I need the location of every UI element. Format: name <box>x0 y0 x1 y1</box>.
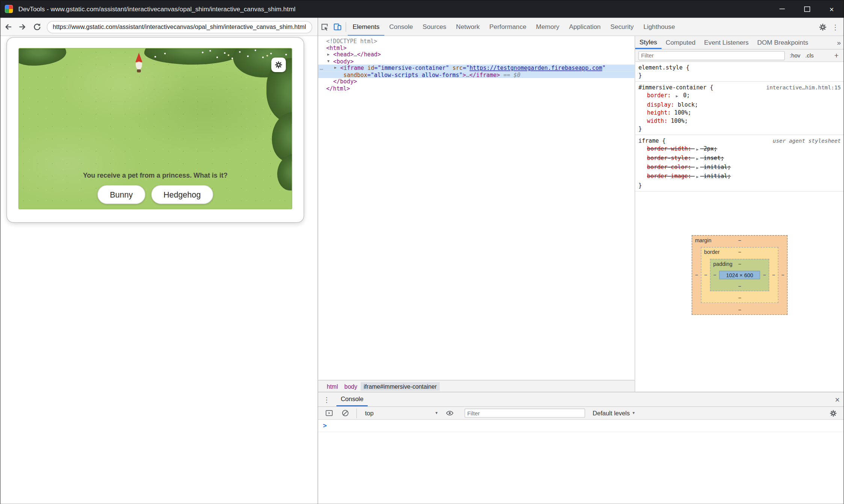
expand-shorthand-icon[interactable]: ▶ <box>696 173 699 181</box>
style-property[interactable]: border-width: ▶ 2px; <box>639 145 841 154</box>
stylesheet-source-link[interactable]: interactive…him.html:15 <box>766 83 841 91</box>
kebab-menu-icon: ⋮ <box>323 395 331 403</box>
back-button[interactable] <box>2 20 14 33</box>
maximize-button[interactable] <box>794 0 819 18</box>
reload-button[interactable] <box>31 20 44 33</box>
answer-button-bunny[interactable]: Bunny <box>98 185 145 204</box>
breadcrumb-item-body[interactable]: body <box>341 382 360 391</box>
rule-selector[interactable]: element.style { <box>639 64 690 71</box>
dom-more-ellipsis-icon[interactable]: … <box>320 65 323 71</box>
tab-performance[interactable]: Performance <box>485 18 531 36</box>
margin-left-value[interactable]: − <box>695 272 698 278</box>
styles-tab-computed[interactable]: Computed <box>661 36 700 49</box>
device-toolbar-button[interactable] <box>331 20 344 33</box>
tab-application[interactable]: Application <box>564 18 605 36</box>
tab-lighthouse[interactable]: Lighthouse <box>639 18 680 36</box>
live-expression-button[interactable] <box>443 407 456 419</box>
property-value: 100%; <box>674 109 691 116</box>
style-property[interactable]: width: 100%; <box>639 117 841 125</box>
style-property[interactable]: display: block; <box>639 101 841 109</box>
border-left-value[interactable]: − <box>704 272 707 278</box>
property-value: 0; <box>683 92 690 98</box>
dom-line[interactable]: sandbox="allow-scripts allow-forms">…</i… <box>318 71 635 78</box>
styles-tab-dom-breakpoints[interactable]: DOM Breakpoints <box>753 36 813 49</box>
dom-token: > <box>462 71 466 78</box>
padding-bottom-value[interactable]: − <box>738 283 741 289</box>
style-property[interactable]: border-color: ▶ initial; <box>639 163 841 172</box>
disclosure-collapsed-icon[interactable]: ▶ <box>334 65 337 71</box>
settings-button[interactable] <box>816 20 829 33</box>
attribute-value-link[interactable]: https://testgnomegarden.firebaseapp.com <box>470 65 602 71</box>
dom-line[interactable]: <!DOCTYPE html> <box>318 38 635 44</box>
answer-button-hedgehog[interactable]: Hedgehog <box>151 185 213 204</box>
tab-network[interactable]: Network <box>451 18 485 36</box>
dom-line[interactable]: </body> <box>318 78 635 85</box>
border-label: border <box>704 249 719 255</box>
console-filter-input[interactable] <box>465 409 585 418</box>
new-style-rule-icon[interactable]: + <box>834 51 839 60</box>
game-settings-button[interactable] <box>271 57 286 72</box>
tab-elements[interactable]: Elements <box>348 18 384 36</box>
console-prompt[interactable]: > <box>318 420 844 432</box>
tab-sources[interactable]: Sources <box>418 18 451 36</box>
tab-memory[interactable]: Memory <box>531 18 564 36</box>
url-bar[interactable]: https://www.gstatic.com/assistant/intera… <box>47 21 313 33</box>
clear-console-button[interactable] <box>338 407 351 419</box>
styles-filter-row: :hov .cls + <box>635 50 844 62</box>
overflow-chevron-icon[interactable]: » <box>837 36 841 49</box>
disclosure-expanded-icon[interactable]: ▼ <box>327 58 329 65</box>
dom-token: ="immersive-container" <box>374 65 449 71</box>
dom-token: sandbox <box>343 71 367 78</box>
toggle-element-classes-button[interactable]: .cls <box>805 52 814 59</box>
border-right-value[interactable]: − <box>772 272 775 278</box>
tab-security[interactable]: Security <box>605 18 639 36</box>
log-levels-dropdown[interactable]: Default levels ▾ <box>593 410 635 416</box>
padding-left-value[interactable]: − <box>713 272 716 278</box>
styles-tab-event-listeners[interactable]: Event Listeners <box>700 36 753 49</box>
padding-top-value[interactable]: − <box>738 261 741 267</box>
dom-line[interactable]: </html> <box>318 85 635 92</box>
drawer-close-button[interactable]: × <box>835 395 840 404</box>
disclosure-collapsed-icon[interactable]: ▶ <box>327 51 329 58</box>
styles-tab-styles[interactable]: Styles <box>635 36 661 49</box>
expand-shorthand-icon[interactable]: ▶ <box>676 92 678 100</box>
toggle-hover-state-button[interactable]: :hov <box>790 52 800 59</box>
inspect-element-button[interactable] <box>318 20 331 33</box>
style-property[interactable]: height: 100%; <box>639 109 841 116</box>
execution-context-selector[interactable]: top ▾ <box>363 410 440 416</box>
pane-divider[interactable] <box>318 18 318 504</box>
border-bottom-value[interactable]: − <box>738 295 741 301</box>
style-property[interactable]: border: ▶ 0; <box>639 92 841 101</box>
breadcrumb-item-html[interactable]: html <box>323 382 341 391</box>
border-top-value[interactable]: − <box>738 249 741 255</box>
margin-right-value[interactable]: − <box>781 272 784 278</box>
margin-top-value[interactable]: − <box>738 237 741 243</box>
rule-selector[interactable]: iframe { <box>639 137 666 143</box>
expand-shorthand-icon[interactable]: ▶ <box>696 155 699 163</box>
padding-right-value[interactable]: − <box>763 272 766 278</box>
margin-bottom-value[interactable]: − <box>738 307 741 313</box>
console-sidebar-button[interactable] <box>322 407 335 419</box>
dom-line[interactable]: ▶<head>…</head> <box>318 51 635 58</box>
forward-button[interactable] <box>16 20 29 33</box>
breadcrumb-item-iframe-immersive-container[interactable]: iframe#immersive-container <box>361 382 440 391</box>
drawer-tab-console[interactable]: Console <box>337 392 368 406</box>
rule-selector[interactable]: #immersive-container { <box>639 84 713 91</box>
more-options-button[interactable]: ⋮ <box>829 20 842 33</box>
window-title: DevTools - www.gstatic.com/assistant/int… <box>18 5 296 13</box>
minimize-button[interactable] <box>770 0 794 18</box>
console-settings-button[interactable] <box>827 407 839 419</box>
box-model-content[interactable]: 1024 × 600 <box>719 271 760 279</box>
close-button[interactable]: × <box>819 0 844 18</box>
tab-console[interactable]: Console <box>384 18 418 36</box>
property-name: border-width: <box>647 145 695 152</box>
expand-shorthand-icon[interactable]: ▶ <box>696 164 699 172</box>
dom-line[interactable]: <html> <box>318 44 635 51</box>
drawer-menu-button[interactable]: ⋮ <box>320 393 333 406</box>
styles-filter-input[interactable] <box>639 51 785 60</box>
dom-line[interactable]: ▼<body> <box>318 58 635 65</box>
style-property[interactable]: border-style: ▶ inset; <box>639 154 841 163</box>
expand-shorthand-icon[interactable]: ▶ <box>696 146 699 154</box>
style-property[interactable]: border-image: ▶ initial; <box>639 172 841 181</box>
dom-line[interactable]: …▶<iframe id="immersive-container" src="… <box>318 65 635 71</box>
